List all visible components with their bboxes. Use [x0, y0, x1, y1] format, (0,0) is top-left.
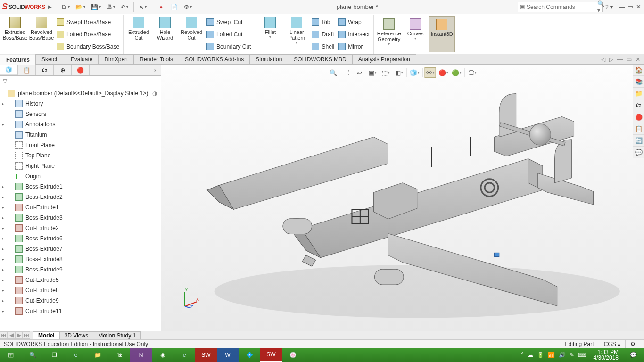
model-tab[interactable]: Model [33, 331, 60, 339]
feature-tree[interactable]: plane bomber (Default<<Default>_Display … [0, 86, 161, 331]
tab-nav-prev[interactable]: ◀ [8, 331, 15, 339]
motion-study-tab[interactable]: Motion Study 1 [93, 331, 141, 339]
appearances-icon[interactable]: 📋 [633, 123, 644, 135]
help-button[interactable]: ? ▾ [605, 4, 613, 10]
volume-icon[interactable]: 🔊 [559, 352, 566, 358]
cortana-search-button[interactable]: 🔍 [22, 348, 43, 362]
save-button[interactable]: 💾 [89, 1, 103, 13]
tree-item[interactable]: ▸Boss-Extrude6 [0, 233, 161, 244]
lofted-cut-button[interactable]: Lofted Cut [206, 29, 251, 40]
store-button[interactable]: 🛍 [108, 348, 130, 362]
feature-tree-tab[interactable]: 🧊 [0, 65, 18, 75]
chrome-button[interactable]: ◉ [152, 348, 173, 362]
graphics-viewport[interactable]: 🔍 ⛶ ↩ ▣ ⬚ ◧ 🧊 👁 🔴 🟢 🖵 [161, 65, 644, 331]
property-manager-tab[interactable]: 📋 [18, 65, 36, 75]
tree-item[interactable]: Origin [0, 171, 161, 181]
tree-item[interactable]: ▸Cut-Extrude2 [0, 223, 161, 233]
app-button-1[interactable]: 💠 [239, 348, 260, 362]
taskbar-clock[interactable]: 1:33 PM 4/30/2018 [590, 349, 622, 361]
tree-item[interactable]: Sensors [0, 109, 161, 119]
resources-icon[interactable]: 📚 [633, 76, 644, 88]
next-doc-button[interactable]: ▷ [609, 56, 613, 63]
status-units[interactable]: CGS ▴ [599, 340, 625, 348]
3d-views-tab[interactable]: 3D Views [59, 331, 93, 339]
tree-root-item[interactable]: plane bomber (Default<<Default>_Display … [0, 88, 161, 99]
tree-item[interactable]: ▸Cut-Extrude1 [0, 202, 161, 213]
select-button[interactable]: ⬉ [137, 1, 149, 13]
tree-item[interactable]: Front Plane [0, 140, 161, 150]
tree-filter-row[interactable]: ▽ [0, 76, 161, 86]
task-view-button[interactable]: ❐ [43, 348, 65, 362]
forum-icon[interactable]: 💬 [633, 147, 644, 158]
tab-nav-first[interactable]: ⏮ [0, 331, 8, 339]
hole-wizard-button[interactable]: Hole Wizard [152, 15, 178, 51]
revolved-cut-button[interactable]: Revolved Cut [178, 15, 205, 51]
wifi-icon[interactable]: 📶 [548, 352, 555, 358]
solidworks-active-button[interactable]: SW [260, 348, 282, 362]
extruded-cut-button[interactable]: Extruded Cut [125, 15, 152, 51]
solidworks-taskbar-button[interactable]: SW [195, 348, 217, 362]
swept-cut-button[interactable]: Swept Cut [206, 17, 251, 27]
tree-item[interactable]: Right Plane [0, 161, 161, 171]
tray-chevron-icon[interactable]: ˄ [521, 352, 524, 358]
rebuild-button[interactable]: ● [155, 1, 167, 13]
doc-minimize-button[interactable]: — [617, 56, 623, 63]
search-icon[interactable]: 🔍▾ [597, 0, 604, 14]
open-file-button[interactable]: 📂 [73, 1, 88, 13]
display-manager-tab[interactable]: 🔴 [72, 65, 90, 75]
custom-props-icon[interactable]: 🔄 [633, 135, 644, 147]
tab-mbd[interactable]: SOLIDWORKS MBD [288, 54, 352, 64]
app-button-2[interactable]: 🍥 [282, 348, 304, 362]
design-library-icon[interactable]: 📁 [633, 88, 644, 99]
status-custom-button[interactable]: ⚙ [625, 340, 640, 348]
prev-doc-button[interactable]: ◁ [601, 56, 605, 63]
tree-item[interactable]: ▸Cut-Extrude5 [0, 275, 161, 285]
tree-item[interactable]: ▸Boss-Extrude8 [0, 254, 161, 264]
dimxpert-manager-tab[interactable]: ⊕ [54, 65, 72, 75]
tab-dimxpert[interactable]: DimXpert [98, 54, 134, 64]
edge-button[interactable]: e [65, 348, 87, 362]
lofted-boss-button[interactable]: Lofted Boss/Base [57, 29, 119, 40]
mirror-button[interactable]: Mirror [338, 41, 370, 52]
tree-item[interactable]: ▸Boss-Extrude9 [0, 264, 161, 275]
ie-button[interactable]: e [173, 348, 195, 362]
revolved-boss-button[interactable]: Revolved Boss/Base [28, 15, 55, 51]
configuration-manager-tab[interactable]: 🗂 [36, 65, 54, 75]
print-button[interactable]: 🖶 [104, 1, 117, 13]
battery-icon[interactable]: 🔋 [537, 352, 544, 358]
panel-collapse-button[interactable]: › [149, 65, 161, 75]
doc-restore-button[interactable]: ▭ [627, 56, 632, 63]
tree-item[interactable]: ▸Annotations [0, 119, 161, 130]
onenote-button[interactable]: N [130, 348, 152, 362]
options-button[interactable]: ⚙ [182, 1, 194, 13]
swept-boss-button[interactable]: Swept Boss/Base [57, 17, 119, 27]
onedrive-icon[interactable]: ☁ [528, 352, 533, 358]
file-explorer-icon[interactable]: 🗂 [633, 100, 644, 111]
tab-analysis-prep[interactable]: Analysis Preparation [352, 54, 416, 64]
shell-button[interactable]: Shell [312, 41, 334, 52]
file-explorer-button[interactable]: 📁 [87, 348, 108, 362]
tree-item[interactable]: ▸Cut-Extrude11 [0, 306, 161, 316]
curves-button[interactable]: Curves▾ [402, 16, 429, 52]
tab-sketch[interactable]: Sketch [35, 54, 65, 64]
extruded-boss-button[interactable]: Extruded Boss/Base [2, 15, 28, 51]
tab-evaluate[interactable]: Evaluate [65, 54, 99, 64]
instant3d-button[interactable]: Instant3D [429, 16, 455, 52]
tab-render-tools[interactable]: Render Tools [133, 54, 179, 64]
tab-features[interactable]: Features [0, 55, 36, 65]
minimize-window-button[interactable]: — [619, 3, 625, 10]
tree-item[interactable]: ▸Boss-Extrude7 [0, 244, 161, 254]
doc-close-button[interactable]: ✕ [636, 56, 640, 63]
search-commands-box[interactable]: ▣ 🔍▾ [518, 2, 603, 12]
pen-icon[interactable]: ✎ [570, 352, 574, 358]
tree-item[interactable]: ▸History [0, 99, 161, 109]
tab-addins[interactable]: SOLIDWORKS Add-Ins [179, 54, 250, 64]
wrap-button[interactable]: Wrap [338, 17, 370, 27]
close-window-button[interactable]: ✕ [636, 3, 641, 10]
tab-nav-last[interactable]: ⏭ [23, 331, 30, 339]
undo-button[interactable]: ↶ [118, 1, 131, 13]
draft-button[interactable]: Draft [312, 29, 334, 40]
home-icon[interactable]: 🏠 [633, 65, 644, 76]
tab-nav-next[interactable]: ▶ [15, 331, 23, 339]
new-file-button[interactable]: 🗋 [59, 1, 72, 13]
